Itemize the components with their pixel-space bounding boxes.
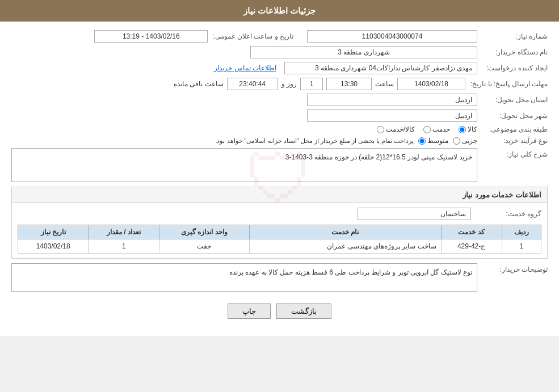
description-row: شرح کلی نیاز: خرید لاستیک مینی لودر 16.5… (11, 148, 548, 182)
category-kala[interactable]: کالا (459, 125, 477, 133)
col-unit: واحد اندازه گیری (159, 225, 249, 239)
service-group-label: گروه خدمت: (473, 210, 541, 218)
buyer-desc-label: توضیحات خریدار: (480, 263, 548, 273)
back-button[interactable]: بازگشت (276, 304, 331, 319)
description-label: شرح کلی نیاز: (480, 148, 548, 158)
description-value: خرید لاستیک مینی لودر 16.5*12(2 حلقه) در… (11, 148, 477, 182)
col-quantity: تعداد / مقدار (89, 225, 159, 239)
page-header: جزئیات اطلاعات نیاز (0, 0, 559, 22)
deadline-date: 1403/02/18 (397, 78, 465, 90)
deadline-remaining-label: ساعت باقی مانده (174, 80, 224, 88)
org-name-row: نام دستگاه خریدار: شهرداری منطقه 3 (11, 46, 548, 58)
creator-label: ایجاد کننده درخواست: (480, 64, 548, 72)
contact-link[interactable]: اطلاعات تماس خریدار (214, 64, 276, 72)
purchase-type-options: جزیی متوسط پرداخت تمام یا بخشی از مبلغ خ… (215, 137, 477, 145)
category-khedmat-label: خدمت (432, 125, 450, 133)
announce-date-value: 1403/02/16 - 13:19 (94, 30, 208, 43)
city-row: شهر محل تحویل: اردبیل (11, 109, 548, 122)
services-content: گروه خدمت: ساختمان ردیف کد خدمت نام خدمت… (12, 203, 547, 258)
main-content: 🛡 شماره نیاز: 1103004043000074 تاریخ و س… (0, 22, 559, 336)
table-header-row: ردیف کد خدمت نام خدمت واحد اندازه گیری ت… (18, 225, 541, 239)
province-label: استان محل تحویل: (480, 96, 548, 104)
cell-unit: جفت (159, 239, 249, 254)
deadline-days-label: روز و (281, 80, 297, 88)
province-row: استان محل تحویل: اردبیل (11, 94, 548, 106)
announce-date-label: تاریخ و ساعت اعلان عمومی: (210, 32, 293, 40)
page-title: جزئیات اطلاعات نیاز (243, 6, 316, 15)
purchase-type-jozi[interactable]: جزیی (453, 137, 477, 145)
creator-value: مهدی نژادصفر کارشناس نداراکات04 شهرداری … (284, 62, 477, 74)
services-title: اطلاعات خدمات مورد نیاز (12, 187, 547, 203)
org-name-label: نام دستگاه خریدار: (480, 48, 548, 56)
buyer-desc-container: نوع لاستیک گل ابرویی توپر و شرایط پرداخت… (11, 263, 477, 292)
table-body: 1 ج-42-429 ساخت سایر پروژه‌های مهندسی عم… (18, 239, 541, 254)
col-name: نام خدمت (249, 225, 441, 239)
deadline-remaining: 23:40:44 (227, 78, 278, 90)
col-date: تاریخ نیاز (18, 225, 89, 239)
col-row: ردیف (502, 225, 541, 239)
purchase-type-mota-label: متوسط (427, 137, 448, 145)
cell-quantity: 1 (89, 239, 159, 254)
city-label: شهر محل تحویل: (480, 112, 548, 120)
deadline-date-row: 1403/02/18 ساعت 13:30 1 روز و 23:40:44 س… (174, 78, 465, 90)
service-group-row: گروه خدمت: ساختمان (18, 208, 541, 220)
purchase-type-jozi-label: جزیی (462, 137, 477, 145)
deadline-label: مهلت ارسال پاسخ: تا تاریخ: (468, 80, 548, 88)
description-container: خرید لاستیک مینی لودر 16.5*12(2 حلقه) در… (11, 148, 477, 182)
creator-row: ایجاد کننده درخواست: مهدی نژادصفر کارشنا… (11, 62, 548, 74)
purchase-type-jozi-radio[interactable] (453, 137, 460, 145)
category-khedmat-radio[interactable] (423, 126, 431, 133)
purchase-type-mota[interactable]: متوسط (418, 137, 448, 145)
purchase-type-note: پرداخت تمام یا بخشی از مبلغ خریدار از مح… (215, 137, 414, 145)
cell-code: ج-42-429 (441, 239, 502, 254)
table-header: ردیف کد خدمت نام خدمت واحد اندازه گیری ت… (18, 225, 541, 239)
cell-row: 1 (502, 239, 541, 254)
cell-name: ساخت سایر پروژه‌های مهندسی عمران (249, 239, 441, 254)
service-group-value: ساختمان (358, 208, 471, 220)
services-table: ردیف کد خدمت نام خدمت واحد اندازه گیری ت… (18, 225, 541, 254)
deadline-time-label: ساعت (375, 80, 394, 88)
org-name-value: شهرداری منطقه 3 (250, 46, 477, 58)
category-both[interactable]: کالا/خدمت (377, 125, 415, 133)
purchase-type-label: نوع فرآیند خرید: (480, 137, 548, 145)
need-number-row: شماره نیاز: 1103004043000074 تاریخ و ساع… (11, 30, 548, 43)
need-number-label: شماره نیاز: (480, 32, 548, 40)
print-button[interactable]: چاپ (228, 304, 271, 319)
deadline-time: 13:30 (326, 78, 372, 90)
purchase-type-row: نوع فرآیند خرید: جزیی متوسط پرداخت تمام … (11, 137, 548, 145)
page-wrapper: جزئیات اطلاعات نیاز 🛡 شماره نیاز: 110300… (0, 0, 559, 336)
services-section: اطلاعات خدمات مورد نیاز گروه خدمت: ساختم… (11, 187, 548, 259)
col-code: کد خدمت (441, 225, 502, 239)
buyer-desc-value: نوع لاستیک گل ابرویی توپر و شرایط پرداخت… (11, 263, 477, 292)
table-row: 1 ج-42-429 ساخت سایر پروژه‌های مهندسی عم… (18, 239, 541, 254)
category-label: طبقه بندی موضوعی: (480, 125, 548, 133)
category-kala-label: کالا (468, 125, 477, 133)
category-both-label: کالا/خدمت (386, 125, 415, 133)
need-number-value: 1103004043000074 (307, 30, 477, 43)
category-row: طبقه بندی موضوعی: کالا خدمت کالا/خدمت (11, 125, 548, 133)
purchase-type-mota-radio[interactable] (418, 137, 426, 145)
category-radio-group: کالا خدمت کالا/خدمت (377, 125, 477, 133)
deadline-days: 1 (300, 78, 323, 90)
category-khedmat[interactable]: خدمت (423, 125, 450, 133)
deadline-row: مهلت ارسال پاسخ: تا تاریخ: 1403/02/18 سا… (11, 78, 548, 90)
city-value: اردبیل (307, 109, 477, 122)
category-kala-radio[interactable] (459, 126, 466, 133)
category-both-radio[interactable] (377, 126, 384, 133)
button-row: بازگشت چاپ (11, 295, 548, 327)
cell-date: 1403/02/18 (18, 239, 89, 254)
buyer-desc-row: توضیحات خریدار: نوع لاستیک گل ابرویی توپ… (11, 263, 548, 292)
province-value: اردبیل (307, 94, 477, 106)
